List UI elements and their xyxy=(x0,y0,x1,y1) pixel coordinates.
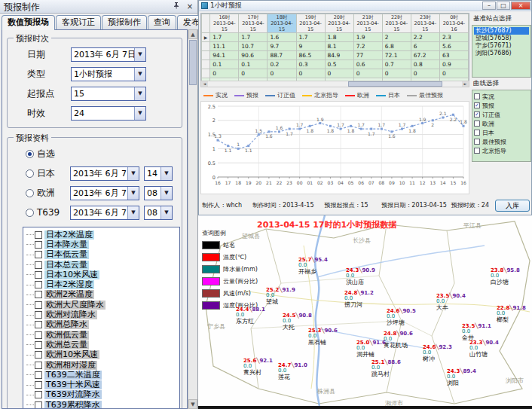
column-header[interactable]: 21时2013-04-15 xyxy=(353,14,382,33)
enter-db-button[interactable]: 入库 xyxy=(495,200,530,212)
grid-cell[interactable]: 1.9 xyxy=(353,33,382,42)
scroll-left-icon[interactable]: ◄ xyxy=(201,81,208,87)
tree-item-label[interactable]: T639对流降水 xyxy=(44,390,102,399)
close-icon[interactable]: × xyxy=(185,2,195,12)
combo-date-T639[interactable]: 2013年 6月 7日▼ xyxy=(70,206,139,220)
checkbox-icon[interactable]: ✓ xyxy=(474,102,480,108)
tree-item-label[interactable]: 欧洲总云量 xyxy=(44,340,89,349)
grid-cell[interactable]: 0.8 xyxy=(411,60,439,69)
grid-cell[interactable]: 0 xyxy=(353,69,382,78)
grid-cell[interactable]: 90.6 xyxy=(239,51,268,60)
checkbox-icon[interactable] xyxy=(35,401,42,409)
chevron-down-icon[interactable]: ▼ xyxy=(134,68,145,81)
minimize-icon[interactable]: – xyxy=(482,2,496,10)
grid-cell[interactable]: 10.7 xyxy=(239,42,268,51)
checkbox-icon[interactable] xyxy=(35,321,42,328)
tree-item-label[interactable]: 日本10米风速 xyxy=(44,270,99,279)
grid-cell[interactable]: 67.2 xyxy=(411,51,439,60)
grid-cell[interactable]: 77 xyxy=(353,51,382,60)
left-panel-scrollbar[interactable]: ▲ ▼ xyxy=(188,29,197,409)
tree-item-label[interactable]: 日本2米温度 xyxy=(44,230,94,240)
grid-cell[interactable]: 1.7 xyxy=(239,33,268,42)
grid-cell[interactable]: 8.1 xyxy=(325,42,353,51)
chevron-down-icon[interactable]: ▼ xyxy=(161,206,172,219)
radio-日本[interactable] xyxy=(26,169,34,178)
tree-item-label[interactable]: 欧洲总降水 xyxy=(44,320,89,329)
column-header[interactable]: 16时2013-04-15 xyxy=(210,14,239,33)
close-icon[interactable]: × xyxy=(511,2,530,10)
tree-item-label[interactable]: 日本降水量 xyxy=(44,240,89,249)
tree-item-label[interactable]: 日本低云量 xyxy=(44,250,89,259)
grid-cell[interactable]: 0.6 xyxy=(353,60,382,69)
combo-date-日本[interactable]: 2013年 6月 7日▼ xyxy=(70,166,139,181)
combo-类型[interactable]: 1小时预报▼ xyxy=(71,67,146,81)
chevron-down-icon[interactable]: ▼ xyxy=(127,187,139,200)
checkbox-icon[interactable] xyxy=(474,148,480,154)
tree-item-label[interactable]: 欧洲大尺度降水 xyxy=(44,301,105,310)
chevron-down-icon[interactable]: ▼ xyxy=(134,87,145,100)
grid-cell[interactable]: 0.2 xyxy=(268,60,296,69)
tab-预报制作[interactable]: 预报制作 xyxy=(102,15,147,29)
grid-cell[interactable]: 0 xyxy=(210,69,239,78)
grid-cell[interactable]: 0 xyxy=(268,69,296,78)
grid-cell[interactable]: 7.2 xyxy=(353,42,382,51)
checkbox-icon[interactable] xyxy=(35,311,42,319)
checkbox-icon[interactable] xyxy=(35,231,42,239)
grid-cell[interactable]: 0 xyxy=(325,69,353,78)
checkbox-icon[interactable] xyxy=(35,362,42,369)
grid-cell[interactable]: 2.3 xyxy=(439,33,468,42)
tree-item-label[interactable]: T639累积降水 xyxy=(44,401,102,409)
maximize-icon[interactable]: □ xyxy=(497,2,510,10)
grid-cell[interactable]: 0 xyxy=(382,69,411,78)
checkbox-icon[interactable] xyxy=(35,371,42,379)
checkbox-icon[interactable] xyxy=(35,261,42,269)
checkbox-icon[interactable]: ✓ xyxy=(474,111,480,118)
column-header[interactable]: 23时2013-04-15 xyxy=(411,14,439,33)
chevron-down-icon[interactable]: ▼ xyxy=(161,187,172,200)
column-header[interactable]: 18时2013-04-15 xyxy=(268,14,296,33)
radio-自选[interactable] xyxy=(26,150,34,158)
grid-cell[interactable]: 6.8 xyxy=(382,42,411,51)
station-list-item[interactable]: 长沙(57687) xyxy=(474,27,529,35)
checkbox-icon[interactable] xyxy=(35,291,42,298)
column-header[interactable]: 0时2013-04-16 xyxy=(439,14,468,33)
grid-cell[interactable]: 0.7 xyxy=(382,60,411,69)
scroll-down-icon[interactable]: ▼ xyxy=(188,399,197,409)
station-list-item[interactable]: 浏阳(57686) xyxy=(474,50,529,57)
tree-item-label[interactable]: 日本2米湿度 xyxy=(44,280,94,289)
tree-item-label[interactable]: 欧洲相对湿度 xyxy=(44,361,97,370)
checkbox-icon[interactable] xyxy=(474,139,480,145)
combo-hour-日本[interactable]: 14▼ xyxy=(144,166,173,181)
chevron-down-icon[interactable]: ▼ xyxy=(161,167,172,180)
checkbox-icon[interactable] xyxy=(35,301,42,309)
grid-cell[interactable]: 63 xyxy=(439,51,468,60)
grid-cell[interactable]: 5.6 xyxy=(439,42,468,51)
grid-cell[interactable]: 88.7 xyxy=(268,51,296,60)
scroll-up-icon[interactable]: ▲ xyxy=(188,29,197,39)
checkbox-icon[interactable] xyxy=(35,251,42,258)
grid-cell[interactable]: 72.1 xyxy=(382,51,411,60)
checkbox-icon[interactable] xyxy=(35,351,42,359)
combo-日期[interactable]: 2013年 6月 7日▼ xyxy=(71,47,146,62)
tree-item-label[interactable]: 欧洲2米温度 xyxy=(44,290,94,299)
scroll-right-icon[interactable]: ► xyxy=(462,81,469,87)
column-header[interactable]: 19时2013-04-15 xyxy=(296,14,325,33)
tab-查询[interactable]: 查询 xyxy=(148,15,176,29)
checkbox-icon[interactable] xyxy=(474,93,480,99)
combo-时效[interactable]: 24▼ xyxy=(71,106,146,121)
window-titlebar[interactable]: 1小时预报 –□× xyxy=(199,1,531,11)
tree-item-label[interactable]: 欧洲10米风速 xyxy=(44,350,99,359)
checkbox-icon[interactable] xyxy=(35,281,42,288)
grid-cell[interactable]: 0 xyxy=(411,69,439,78)
checkbox-icon[interactable] xyxy=(35,341,42,349)
tab-客观订正[interactable]: 客观订正 xyxy=(56,15,101,29)
grid-cell[interactable]: 0.9 xyxy=(439,60,468,69)
grid-cell[interactable]: 11.1 xyxy=(210,42,239,51)
grid-cell[interactable]: 0.3 xyxy=(296,60,325,69)
grid-cell[interactable]: 9.7 xyxy=(268,42,296,51)
checkbox-icon[interactable] xyxy=(35,381,42,389)
table-hscrollbar[interactable]: ◄ ► xyxy=(200,81,469,87)
checkbox-icon[interactable] xyxy=(474,121,480,127)
forecast-data-grid[interactable]: 16时2013-04-1517时2013-04-1518时2013-04-151… xyxy=(200,13,469,87)
combo-起报点[interactable]: 15▼ xyxy=(71,87,146,101)
